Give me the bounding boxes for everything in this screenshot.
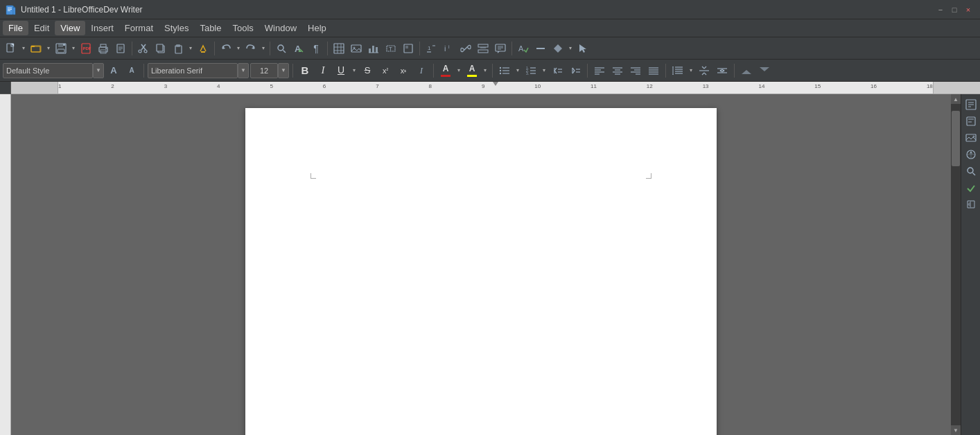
list-unordered-button[interactable]	[496, 62, 513, 79]
font-size-input[interactable]	[250, 63, 278, 78]
para-decrease-spacing-button[interactable]	[714, 62, 730, 79]
navigator-panel-button[interactable]	[963, 147, 979, 162]
undo-button[interactable]	[218, 40, 234, 57]
highlight-arrow[interactable]: ▾	[482, 62, 489, 79]
menu-styles[interactable]: Styles	[159, 21, 194, 35]
select-mode-button[interactable]	[575, 40, 591, 57]
spellcheck-on-button[interactable]: A	[515, 40, 532, 57]
highlight-button[interactable]: A	[464, 62, 480, 80]
macro-panel-button[interactable]	[963, 197, 979, 212]
font-color-arrow[interactable]: ▾	[455, 62, 462, 79]
list-ordered-arrow[interactable]: ▾	[541, 62, 548, 79]
font-size-arrow[interactable]: ▼	[278, 63, 289, 78]
increase-font-size-button[interactable]: A	[105, 62, 122, 79]
print-preview-button[interactable]	[112, 40, 129, 57]
styles-panel-button[interactable]	[963, 114, 979, 129]
underline-arrow[interactable]: ▾	[351, 62, 358, 79]
font-color-button[interactable]: A	[437, 62, 454, 80]
insert-chart-button[interactable]	[365, 40, 382, 57]
subscript-button[interactable]: x₂	[395, 62, 412, 79]
align-left-button[interactable]	[591, 62, 608, 79]
save-button[interactable]	[53, 40, 69, 57]
export-pdf-button[interactable]: PDF	[78, 40, 94, 57]
insert-image-button[interactable]	[348, 40, 365, 57]
strikethrough-button[interactable]: S	[359, 62, 376, 79]
minimize-button[interactable]: −	[934, 3, 947, 16]
line-spacing-arrow[interactable]: ▾	[688, 62, 694, 79]
paste-arrow[interactable]: ▾	[187, 40, 194, 57]
clone-button[interactable]	[195, 40, 211, 57]
align-justify-button[interactable]	[645, 62, 662, 79]
para-increase-spacing-button[interactable]	[696, 62, 712, 79]
menu-tools[interactable]: Tools	[227, 21, 259, 35]
properties-panel-button[interactable]	[963, 97, 979, 112]
line-spacing-button[interactable]	[670, 62, 686, 79]
bold-button[interactable]: B	[297, 62, 313, 79]
align-right-button[interactable]	[627, 62, 644, 79]
superscript-button[interactable]: x²	[377, 62, 394, 79]
new-button[interactable]	[3, 40, 19, 57]
insert-table-button[interactable]	[331, 40, 347, 57]
close-button[interactable]: ×	[962, 3, 974, 16]
gallery-panel-button[interactable]	[963, 130, 979, 145]
insert-textbox-button[interactable]: T	[383, 40, 399, 57]
list-ordered-button[interactable]: 1.2.3.	[523, 62, 539, 79]
find-panel-button[interactable]	[963, 163, 979, 179]
find-button[interactable]	[273, 40, 290, 57]
svg-line-37	[283, 50, 286, 53]
font-name-arrow[interactable]: ▼	[238, 63, 249, 78]
document-area[interactable]	[11, 94, 951, 435]
redo-arrow[interactable]: ▾	[260, 40, 267, 57]
scroll-track[interactable]	[951, 104, 961, 425]
paste-button[interactable]	[170, 40, 186, 57]
open-button[interactable]	[28, 40, 44, 57]
menu-format[interactable]: Format	[119, 21, 159, 35]
cut-button[interactable]	[135, 40, 152, 57]
draw-line-button[interactable]	[532, 40, 549, 57]
font-name-input[interactable]	[148, 63, 238, 78]
scroll-down-button[interactable]: ▼	[951, 425, 961, 435]
menu-view[interactable]: View	[55, 21, 85, 35]
insert-frame-button[interactable]	[400, 40, 417, 57]
paragraph-style-arrow[interactable]: ▼	[93, 63, 104, 78]
insert-header-footer-button[interactable]	[475, 40, 491, 57]
formatting-marks-button[interactable]: ¶	[308, 40, 324, 57]
save-arrow[interactable]: ▾	[70, 40, 77, 57]
indent-decrease-button[interactable]	[549, 62, 566, 79]
menu-help[interactable]: Help	[302, 21, 332, 35]
shapes-button[interactable]	[550, 40, 566, 57]
menu-insert[interactable]: Insert	[85, 21, 119, 35]
align-center-button[interactable]	[609, 62, 626, 79]
scroll-thumb[interactable]	[952, 111, 960, 166]
spelling-button[interactable]: A	[290, 40, 307, 57]
menu-file[interactable]: File	[3, 21, 28, 35]
new-arrow[interactable]: ▾	[20, 40, 27, 57]
redo-button[interactable]	[243, 40, 259, 57]
menu-table[interactable]: Table	[194, 21, 227, 35]
open-arrow[interactable]: ▾	[45, 40, 52, 57]
indent-increase-button[interactable]	[567, 62, 584, 79]
right-indent-marker[interactable]	[756, 62, 773, 79]
left-indent-marker[interactable]	[738, 62, 755, 79]
spellcheck-panel-button[interactable]	[963, 180, 979, 195]
document-page[interactable]	[245, 108, 717, 435]
shapes-arrow[interactable]: ▾	[567, 40, 574, 57]
scroll-up-button[interactable]: ▲	[951, 94, 961, 104]
paragraph-style-input[interactable]	[3, 63, 93, 78]
insert-comment-button[interactable]	[492, 40, 509, 57]
vertical-scrollbar[interactable]: ▲ ▼	[951, 94, 961, 435]
insert-endnote-button[interactable]: ii	[440, 40, 457, 57]
insert-footnote-button[interactable]: 1	[423, 40, 439, 57]
maximize-button[interactable]: □	[948, 3, 961, 16]
hyperlink-button[interactable]	[457, 40, 474, 57]
underline-button[interactable]: U	[333, 62, 349, 79]
list-unordered-arrow[interactable]: ▾	[514, 62, 521, 79]
undo-arrow[interactable]: ▾	[235, 40, 242, 57]
copy-button[interactable]	[152, 40, 169, 57]
decrease-font-size-button[interactable]: A	[123, 62, 140, 79]
print-button[interactable]	[95, 40, 112, 57]
italic-button[interactable]: I	[315, 62, 331, 79]
menu-edit[interactable]: Edit	[28, 21, 55, 35]
italic2-button[interactable]: I	[413, 62, 430, 79]
menu-window[interactable]: Window	[259, 21, 302, 35]
